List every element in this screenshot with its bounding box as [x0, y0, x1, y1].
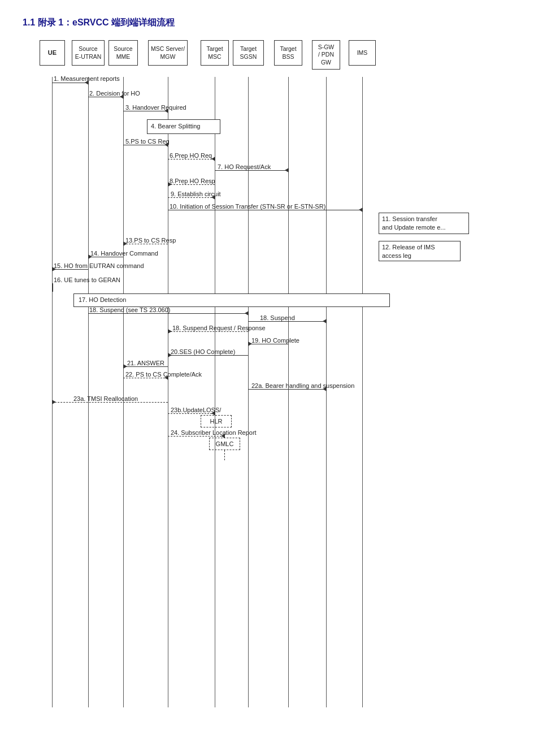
- label-10: 10. Initiation of Session Transfer (STN-…: [170, 203, 325, 210]
- arrowhead-7: [285, 168, 289, 172]
- label-23a: 23a. TMSI Reallocation: [73, 395, 138, 402]
- step-4-box: 4. Bearer Splitting: [147, 119, 220, 134]
- label-23b: 23b.UpdateLOSS/: [171, 407, 221, 413]
- arrowhead-18c: [168, 329, 172, 334]
- arrow-21: [123, 366, 168, 367]
- label-18b: 18. Suspend: [260, 314, 295, 321]
- entity-ue: UE: [40, 40, 65, 66]
- arrowhead-18b: [323, 319, 327, 323]
- arrow-2: [88, 97, 123, 97]
- label-14: 14. Handover Command: [90, 250, 158, 257]
- arrow-7: [215, 170, 288, 171]
- entity-target-sgsn: TargetSGSN: [233, 40, 264, 66]
- lifeline-msc-mgw: [168, 77, 168, 707]
- entity-target-msc: TargetMSC: [201, 40, 229, 66]
- arrow-19: [248, 344, 288, 344]
- entity-target-bss: TargetBSS: [274, 40, 302, 66]
- entity-eutran: SourceE-UTRAN: [72, 40, 105, 66]
- label-22: 22. PS to CS Complete/Ack: [125, 371, 202, 378]
- label-24: 24. Subscriber Location Report: [171, 429, 257, 436]
- arrow-18c: [168, 331, 248, 332]
- arrow-3: [123, 111, 168, 111]
- sequence-diagram: UE SourceE-UTRAN SourceMME MSC Server/MG…: [23, 40, 514, 707]
- arrow-20: [168, 355, 248, 356]
- arrow-23b-1: [168, 413, 215, 414]
- arrow-18b: [248, 321, 326, 322]
- arrow-13: [123, 244, 168, 244]
- arrow-1: [52, 83, 88, 83]
- step-11-box: 11. Session transferand Update remote e.…: [379, 213, 469, 234]
- arrow-14: [88, 257, 123, 257]
- step-12-box: 12. Release of IMSaccess leg: [379, 241, 461, 261]
- label-21: 21. ANSWER: [127, 360, 164, 366]
- label-13: 13.PS to CS Resp: [125, 237, 176, 244]
- lifeline-target-sgsn: [248, 77, 249, 707]
- lifeline-mme: [123, 77, 124, 707]
- arrow-10: [168, 210, 362, 210]
- page-title: 1.1 附录 1：eSRVCC 端到端详细流程: [23, 17, 511, 29]
- lifeline-ue: [52, 77, 53, 707]
- arrow-22a: [248, 389, 326, 390]
- step-17-box: 17. HO Detection: [73, 293, 390, 307]
- entity-ims: IMS: [349, 40, 376, 66]
- label-15: 15. HO from EUTRAN command: [54, 262, 144, 269]
- label-3: 3. Handover Required: [125, 104, 186, 111]
- lifeline-target-msc: [215, 77, 215, 707]
- arrow-15: [52, 269, 88, 270]
- arrow-8: [168, 184, 215, 185]
- gmlc-down: [224, 450, 225, 460]
- arrowhead-18a: [245, 311, 249, 316]
- entity-msc-mgw: MSC Server/MGW: [148, 40, 188, 66]
- label-16: 16. UE tunes to GERAN: [54, 277, 120, 283]
- arrow-18a: [88, 313, 248, 314]
- label-8: 8.Prep HO Resp: [170, 178, 215, 184]
- step-12-text: 12. Release of IMSaccess leg: [382, 244, 435, 259]
- ue-activation: [52, 283, 53, 292]
- entity-sgw-pdngw: S-GW/ PDNGW: [312, 40, 340, 70]
- arrowhead-23a: [52, 400, 56, 404]
- arrow-5: [123, 145, 168, 145]
- arrow-24: [168, 436, 224, 437]
- label-6: 6.Prep HO Req: [170, 152, 212, 159]
- arrowhead-21: [123, 364, 127, 369]
- label-7: 7. HO Request/Ack: [218, 163, 271, 170]
- arrow-23a: [52, 402, 168, 403]
- arrow-9: [168, 197, 215, 198]
- hlr-box: HLR: [201, 415, 232, 427]
- label-22a: 22a. Bearer handling and suspension: [251, 382, 354, 389]
- step-11-text: 11. Session transferand Update remote e.…: [382, 215, 446, 231]
- label-19: 19. HO Complete: [251, 337, 299, 344]
- label-18a: 18. Suspend (see TS 23.060): [89, 306, 171, 313]
- arrow-6: [168, 159, 215, 159]
- label-1: 1. Measurement reports: [54, 75, 120, 82]
- label-9: 9. Establish circuit: [171, 191, 221, 197]
- lifeline-sgw: [326, 77, 327, 707]
- arrow-22: [123, 378, 168, 378]
- lifeline-eutran: [88, 77, 89, 707]
- lifeline-ims: [362, 77, 363, 707]
- label-5: 5.PS to CS Req: [125, 138, 170, 145]
- label-18c: 18. Suspend Request / Response: [172, 325, 266, 331]
- label-2: 2. Decision for HO: [89, 90, 140, 97]
- entity-mme: SourceMME: [108, 40, 138, 66]
- gmlc-box: GMLC: [209, 438, 240, 450]
- label-20: 20.SES (HO Complete): [171, 348, 235, 355]
- arrowhead-10: [359, 208, 363, 212]
